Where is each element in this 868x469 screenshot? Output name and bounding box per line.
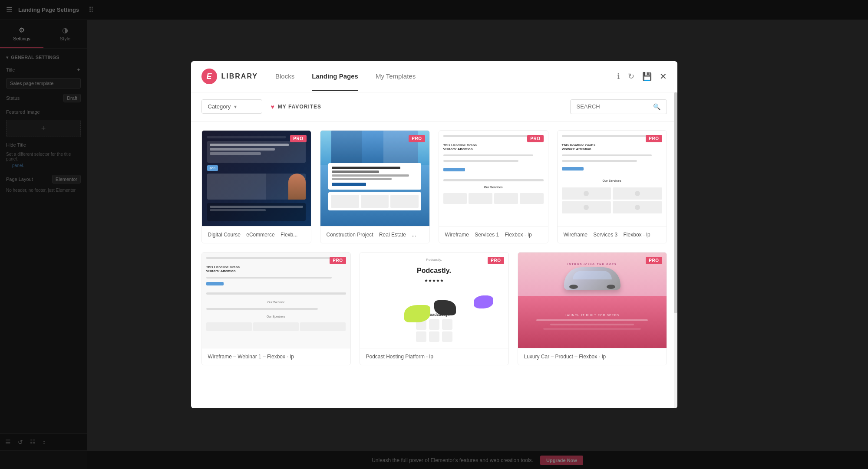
template-card-webinar[interactable]: PRO This Headline GrabsVisitors' Attenti… <box>201 252 351 365</box>
modal-header: E LIBRARY Blocks Landing Pages My Templa… <box>191 61 677 92</box>
pro-badge: PRO <box>330 257 346 264</box>
library-logo: E LIBRARY <box>201 69 258 84</box>
template-card-wireframe-services1[interactable]: PRO This Headline GrabsVisitors' Attenti… <box>439 130 548 243</box>
template-name-wireframe-services1: Wireframe – Services 1 – Flexbox - lp <box>439 226 548 243</box>
templates-grid-row1: PRO $60 <box>201 130 667 243</box>
modal-close-button[interactable]: ✕ <box>660 71 667 82</box>
favorites-label: MY FAVORITES <box>278 104 321 110</box>
wf-speaker-card-1 <box>206 322 252 331</box>
wf-speakers-label: Our Speakers <box>206 315 346 318</box>
category-dropdown[interactable]: Category ▾ <box>201 99 262 114</box>
template-card-podcast[interactable]: PRO Podcastly. Podcastly. ★★★★★ Why Poad… <box>360 252 509 365</box>
podcast-blob-green <box>404 305 430 322</box>
wf-divider <box>206 292 346 295</box>
refresh-icon[interactable]: ↻ <box>628 72 634 81</box>
modal-tabs: Blocks Landing Pages My Templates <box>275 62 617 91</box>
scrollbar-thumb[interactable] <box>674 92 677 314</box>
modal-overlay: E LIBRARY Blocks Landing Pages My Templa… <box>0 0 868 469</box>
wf-our-services-label: Our Services <box>562 179 662 182</box>
dc-bottom-section <box>207 203 306 221</box>
category-label: Category <box>208 103 231 110</box>
modal-header-actions: ℹ ↻ 💾 ✕ <box>617 71 667 82</box>
template-name-webinar: Wireframe – Webinar 1 – Flexbox - lp <box>202 348 350 365</box>
template-preview-luxury-car: PRO INTRODUCING THE GO25 LAUNCH IT BUILT… <box>518 253 667 348</box>
template-name-construction: Construction Project – Real Estate – ... <box>320 226 429 243</box>
dc-person-silhouette <box>288 174 306 200</box>
template-preview-wireframe-services1: PRO This Headline GrabsVisitors' Attenti… <box>439 131 548 226</box>
wf-cta-btn2 <box>562 167 584 171</box>
podcast-title: Podcastly. <box>417 267 451 275</box>
scrollbar-track <box>674 92 677 408</box>
favorites-button[interactable]: ♥ MY FAVORITES <box>271 103 322 110</box>
elementor-logo-icon: E <box>201 69 217 84</box>
podcast-why-section: Why Poadcastly? <box>365 312 503 342</box>
wf-services-label: Our Services <box>443 186 544 189</box>
library-modal: E LIBRARY Blocks Landing Pages My Templa… <box>191 61 677 408</box>
wf-headline2: This Headline GrabsVisitors' Attention <box>562 143 662 151</box>
pro-badge: PRO <box>488 257 504 264</box>
chevron-down-icon: ▾ <box>234 104 237 110</box>
podcast-brand: Podcastly. <box>426 258 442 262</box>
tab-blocks[interactable]: Blocks <box>275 62 294 91</box>
const-text-panel <box>328 163 421 190</box>
wf-webinar-nav <box>206 257 346 259</box>
pro-badge: PRO <box>527 135 543 142</box>
wf-services-row2 <box>562 187 662 213</box>
info-icon[interactable]: ℹ <box>617 72 620 81</box>
wf-headline: This Headline GrabsVisitors' Attention <box>443 143 544 151</box>
library-logo-text: LIBRARY <box>221 72 258 80</box>
podcast-blob-purple <box>474 295 493 308</box>
search-input[interactable] <box>577 103 650 110</box>
template-preview-podcast: PRO Podcastly. Podcastly. ★★★★★ Why Poad… <box>360 253 508 348</box>
modal-toolbar: Category ▾ ♥ MY FAVORITES 🔍 <box>191 92 677 121</box>
dc-price: $60 <box>207 165 218 171</box>
wf-speaker-cards <box>206 322 346 331</box>
wf-webinar-cta <box>206 282 224 285</box>
car-silhouette <box>564 267 620 290</box>
search-box: 🔍 <box>570 99 667 114</box>
car-top-section: INTRODUCING THE GO25 <box>518 253 667 296</box>
wf-services-row <box>443 193 544 204</box>
podcast-blob-dark <box>434 300 456 315</box>
wf-cta-btn <box>443 168 465 171</box>
pro-badge: PRO <box>646 257 662 264</box>
podcast-stars: ★★★★★ <box>424 278 444 283</box>
template-card-digital-course[interactable]: PRO $60 <box>201 130 311 243</box>
modal-content: PRO $60 <box>191 121 677 408</box>
template-name-digital-course: Digital Course – eCommerce – Flexb... <box>202 226 311 243</box>
template-preview-wireframe-services3: PRO This Headline GrabsVisitors' Attenti… <box>558 131 667 226</box>
dc-hero-text <box>207 141 306 162</box>
template-name-luxury-car: Luxury Car – Product – Flexbox - lp <box>518 348 667 365</box>
pro-badge: PRO <box>646 135 662 142</box>
wf-webinar-headline: This Headline GrabsVisitors' Attention <box>206 265 346 273</box>
template-name-podcast: Podcast Hosting Platform - lp <box>360 348 508 365</box>
car-bottom-section: LAUNCH IT BUILT FOR SPEED <box>518 296 667 348</box>
template-card-luxury-car[interactable]: PRO INTRODUCING THE GO25 LAUNCH IT BUILT… <box>518 252 667 365</box>
dc-image <box>207 174 306 200</box>
template-preview-digital-course: PRO $60 <box>202 131 311 226</box>
search-icon: 🔍 <box>653 103 660 110</box>
pro-badge: PRO <box>290 135 306 142</box>
tab-landing-pages[interactable]: Landing Pages <box>312 62 358 91</box>
heart-icon: ♥ <box>271 103 274 110</box>
const-bottom-panel <box>328 192 421 210</box>
template-preview-webinar: PRO This Headline GrabsVisitors' Attenti… <box>202 253 350 348</box>
template-name-wireframe-services3: Wireframe – Services 3 – Flexbox - lp <box>558 226 667 243</box>
wf-speaker-card-3 <box>300 322 346 331</box>
tab-my-templates[interactable]: My Templates <box>376 62 416 91</box>
pro-badge: PRO <box>409 135 425 142</box>
template-card-wireframe-services3[interactable]: PRO This Headline GrabsVisitors' Attenti… <box>557 130 667 243</box>
wf-webinar-text: Our Webinar <box>206 301 346 304</box>
template-card-construction[interactable]: PRO <box>320 130 430 243</box>
dc-nav <box>207 136 286 139</box>
wf-speaker-card-2 <box>253 322 299 331</box>
save-template-icon[interactable]: 💾 <box>642 72 652 81</box>
templates-grid-row2: PRO This Headline GrabsVisitors' Attenti… <box>201 252 667 365</box>
template-preview-construction: PRO <box>320 131 429 226</box>
